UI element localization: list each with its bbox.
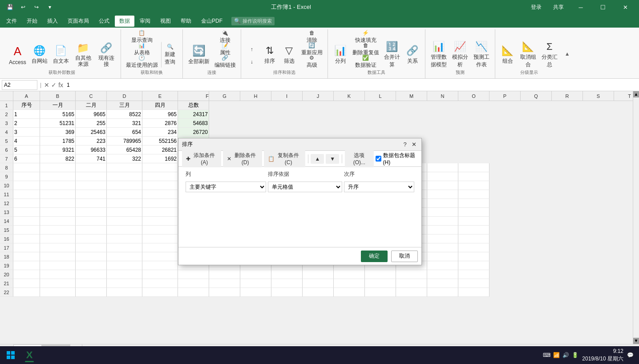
properties-button[interactable]: 📝 属性 xyxy=(213,44,237,55)
row-num-1[interactable]: 1 xyxy=(0,101,13,110)
cell-D7[interactable]: 322 xyxy=(107,154,142,163)
cell-empty-12-1[interactable] xyxy=(40,199,76,208)
dialog-title-bar[interactable]: 排序 ? ✕ xyxy=(178,138,421,151)
sort-desc-button[interactable]: ↓ xyxy=(245,56,259,68)
save-button[interactable]: 💾 xyxy=(4,1,16,13)
cell-empty-20-8[interactable] xyxy=(271,270,303,279)
menu-home[interactable]: 开始 xyxy=(22,16,42,27)
web-button[interactable]: 🌐 自网站 xyxy=(30,42,49,68)
cell-empty-13-4[interactable] xyxy=(142,208,178,217)
cell-empty-10-3[interactable] xyxy=(107,181,142,190)
cell-A5[interactable]: 4 xyxy=(13,137,40,146)
cell-empty-14-14[interactable] xyxy=(458,217,489,226)
row-num-6[interactable]: 6 xyxy=(0,146,13,154)
cell-C1[interactable]: 二月 xyxy=(76,101,107,110)
redo-button[interactable]: ↪ xyxy=(30,1,43,13)
cell-E3[interactable]: 2876 xyxy=(142,119,178,128)
cell-B1[interactable]: 一月 xyxy=(40,101,76,110)
cell-empty-18-3[interactable] xyxy=(107,252,142,261)
cell-empty-19-13[interactable] xyxy=(427,261,458,270)
row-num-15[interactable]: 15 xyxy=(0,226,13,235)
cell-empty-21-4[interactable] xyxy=(142,279,178,288)
cell-empty-18-2[interactable] xyxy=(76,252,107,261)
cell-D5[interactable]: 789965 xyxy=(107,137,142,146)
cell-empty-18-1[interactable] xyxy=(40,252,76,261)
row-num-8[interactable]: 8 xyxy=(0,163,13,172)
cell-C5[interactable]: 223 xyxy=(76,137,107,146)
cell-D3[interactable]: 321 xyxy=(107,119,142,128)
cell-empty-15-13[interactable] xyxy=(427,226,458,235)
customize-qa-button[interactable]: ▾ xyxy=(44,1,56,13)
cell-empty-22-8[interactable] xyxy=(271,288,303,297)
cell-empty-16-0[interactable] xyxy=(13,235,40,243)
cell-empty-12-3[interactable] xyxy=(107,199,142,208)
cell-empty-12-0[interactable] xyxy=(13,199,40,208)
cell-F2[interactable]: 24317 xyxy=(178,110,209,119)
analysis-button[interactable]: 📈 模拟分析 xyxy=(450,42,470,68)
cell-empty-21-10[interactable] xyxy=(334,279,365,288)
col-header-T[interactable]: T xyxy=(614,91,633,101)
cell-empty-22-0[interactable] xyxy=(13,288,40,297)
cell-empty-20-12[interactable] xyxy=(396,270,427,279)
cell-empty-22-6[interactable] xyxy=(209,288,240,297)
menu-formula[interactable]: 公式 xyxy=(94,16,114,27)
cell-empty-12-13[interactable] xyxy=(427,199,458,208)
cell-empty-12-4[interactable] xyxy=(142,199,178,208)
connect-button[interactable]: 🔌 连接 xyxy=(213,31,237,43)
col-header-R[interactable]: R xyxy=(552,91,583,101)
move-up-button[interactable]: ▲ xyxy=(311,154,324,164)
clear-button[interactable]: 🗑 清除 xyxy=(300,31,324,43)
cell-empty-18-4[interactable] xyxy=(142,252,178,261)
cell-empty-22-14[interactable] xyxy=(458,288,489,297)
cell-empty-22-11[interactable] xyxy=(365,288,396,297)
cell-empty-14-2[interactable] xyxy=(76,217,107,226)
ribbon-expand-button[interactable]: ▲ xyxy=(563,29,572,78)
row-num-17[interactable]: 17 xyxy=(0,243,13,252)
col-header-G[interactable]: G xyxy=(209,91,240,101)
cell-empty-10-2[interactable] xyxy=(76,181,107,190)
cell-empty-21-7[interactable] xyxy=(240,279,271,288)
sort-order-select[interactable]: 升序 降序 自定义序列 xyxy=(344,182,414,192)
row-num-13[interactable]: 13 xyxy=(0,208,13,217)
cell-empty-17-13[interactable] xyxy=(427,243,458,252)
cell-B7[interactable]: 822 xyxy=(40,154,76,163)
cell-A4[interactable]: 3 xyxy=(13,128,40,137)
name-box[interactable]: A2 xyxy=(2,80,37,90)
cell-A1[interactable]: 序号 xyxy=(13,101,40,110)
cell-empty-20-3[interactable] xyxy=(107,270,142,279)
cell-empty-22-9[interactable] xyxy=(303,288,334,297)
minimize-button[interactable]: ─ xyxy=(570,0,591,14)
col-header-H[interactable]: H xyxy=(240,91,271,101)
cell-A2[interactable]: 1 xyxy=(13,110,40,119)
cell-empty-14-3[interactable] xyxy=(107,217,142,226)
vertical-scrollbar[interactable]: ▲ ▼ xyxy=(633,91,639,344)
cell-empty-22-12[interactable] xyxy=(396,288,427,297)
cell-empty-11-13[interactable] xyxy=(427,190,458,199)
row-num-11[interactable]: 11 xyxy=(0,190,13,199)
cell-B2[interactable]: 5165 xyxy=(40,110,76,119)
delete-condition-button[interactable]: ✕ 删除条件(D) xyxy=(223,150,262,167)
recent-source-button[interactable]: 🕐 最近使用的源 xyxy=(125,56,159,68)
cell-empty-13-2[interactable] xyxy=(76,208,107,217)
row-num-14[interactable]: 14 xyxy=(0,217,13,226)
col-header-A[interactable]: A xyxy=(13,91,40,101)
cell-empty-22-5[interactable] xyxy=(178,288,209,297)
cell-empty-20-7[interactable] xyxy=(240,270,271,279)
battery-icon[interactable]: 🔋 xyxy=(572,352,578,358)
from-table-button[interactable]: 📊 从表格 xyxy=(125,44,159,55)
cell-empty-10-13[interactable] xyxy=(427,181,458,190)
cell-empty-18-14[interactable] xyxy=(458,252,489,261)
cell-empty-21-11[interactable] xyxy=(365,279,396,288)
cell-A7[interactable]: 6 xyxy=(13,154,40,163)
network-icon[interactable]: 📶 xyxy=(553,352,560,358)
cell-empty-21-14[interactable] xyxy=(458,279,489,288)
relation-button[interactable]: 🔗 关系 xyxy=(404,42,421,68)
cell-empty-15-3[interactable] xyxy=(107,226,142,235)
row-num-3[interactable]: 3 xyxy=(0,119,13,128)
col-header-F[interactable]: F xyxy=(178,91,209,101)
cell-empty-20-10[interactable] xyxy=(334,270,365,279)
reapply-button[interactable]: 🔄 重新应用 xyxy=(300,44,324,55)
cell-D2[interactable]: 8522 xyxy=(107,110,142,119)
row-num-20[interactable]: 20 xyxy=(0,270,13,279)
cell-empty-8-2[interactable] xyxy=(76,163,107,172)
